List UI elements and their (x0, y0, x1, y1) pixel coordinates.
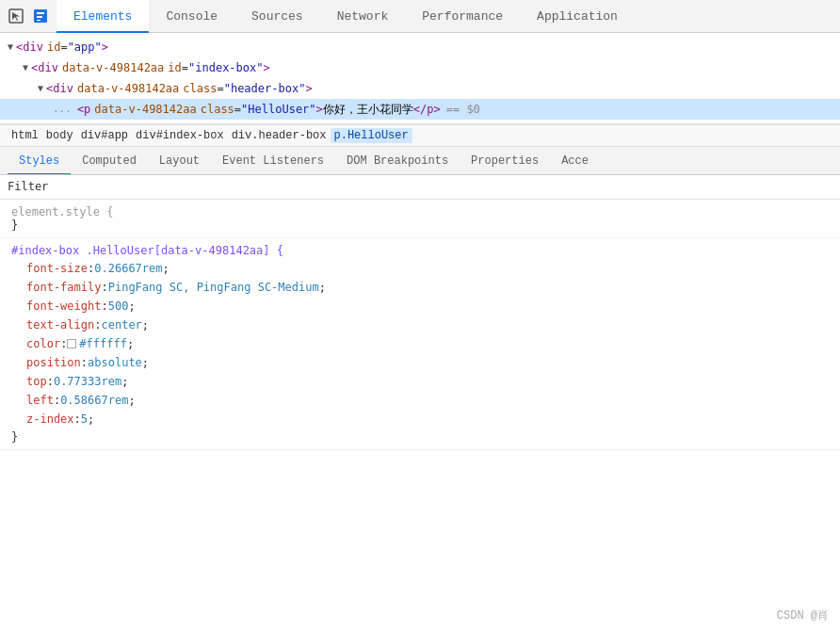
dom-line-header-box[interactable]: ▼ <div data-v-498142aa class="header-box… (0, 78, 840, 99)
svg-rect-3 (37, 16, 42, 18)
css-closing-brace-2: } (11, 430, 829, 444)
tab-styles[interactable]: Styles (8, 147, 71, 175)
tab-accessibility[interactable]: Acce (550, 147, 600, 175)
color-swatch-ffffff[interactable] (67, 339, 76, 348)
breadcrumb-app[interactable]: div#app (77, 128, 132, 143)
css-selector-hello-user: #index-box .HelloUser[data-v-498142aa] { (11, 244, 829, 257)
dom-line-hello-user[interactable]: ... <p data-v-498142aa class="HelloUser"… (0, 99, 840, 120)
breadcrumb-header-box[interactable]: div.header-box (228, 128, 331, 143)
devtools-icons (0, 8, 57, 24)
breadcrumb: html body div#app div#index-box div.head… (0, 124, 840, 147)
svg-rect-2 (37, 12, 44, 14)
tab-console[interactable]: Console (149, 0, 234, 33)
css-selector-element: element.style { (11, 205, 829, 218)
css-rule-hello-user: #index-box .HelloUser[data-v-498142aa] {… (0, 238, 840, 450)
breadcrumb-html[interactable]: html (8, 128, 42, 143)
tab-application[interactable]: Application (520, 0, 635, 33)
svg-rect-4 (37, 20, 40, 21)
dom-line-index-box[interactable]: ▼ <div data-v-498142aa id="index-box"> (0, 57, 840, 78)
tab-elements[interactable]: Elements (57, 0, 149, 33)
css-closing-brace-1: } (11, 218, 829, 232)
tab-layout[interactable]: Layout (148, 147, 211, 175)
tab-event-listeners[interactable]: Event Listeners (211, 147, 335, 175)
tab-sources[interactable]: Sources (234, 0, 320, 33)
watermark: CSDN @肖 (777, 607, 829, 623)
css-prop-font-weight[interactable]: font-weight: 500; (11, 297, 829, 316)
css-prop-left[interactable]: left: 0.58667rem; (11, 391, 829, 410)
panel-tabs: Styles Computed Layout Event Listeners D… (0, 147, 840, 175)
css-rule-element-style: element.style { } (0, 200, 840, 238)
filter-bar (0, 175, 840, 200)
tab-computed[interactable]: Computed (71, 147, 148, 175)
breadcrumb-index-box[interactable]: div#index-box (132, 128, 228, 143)
tab-network[interactable]: Network (320, 0, 406, 33)
breadcrumb-hello-user[interactable]: p.HelloUser (331, 128, 412, 143)
css-panel: element.style { } #index-box .HelloUser[… (0, 200, 840, 450)
tab-performance[interactable]: Performance (405, 0, 520, 33)
breadcrumb-body[interactable]: body (42, 128, 77, 143)
tab-dom-breakpoints[interactable]: DOM Breakpoints (335, 147, 460, 175)
css-prop-z-index[interactable]: z-index: 5; (11, 410, 829, 429)
css-prop-text-align[interactable]: text-align: center; (11, 316, 829, 334)
tab-properties[interactable]: Properties (460, 147, 550, 175)
css-prop-color[interactable]: color: #ffffff; (11, 334, 829, 353)
filter-input[interactable] (8, 180, 832, 193)
top-tab-bar: Elements Console Sources Network Perform… (0, 0, 840, 33)
css-prop-font-size[interactable]: font-size: 0.26667rem; (11, 259, 829, 278)
cursor-icon[interactable] (8, 8, 24, 24)
css-prop-position[interactable]: position: absolute; (11, 353, 829, 372)
element-icon[interactable] (32, 8, 49, 24)
css-prop-font-family[interactable]: font-family: PingFang SC, PingFang SC-Me… (11, 278, 829, 297)
dom-tree: ▼ <div id="app"> ▼ <div data-v-498142aa … (0, 33, 840, 124)
css-prop-top[interactable]: top: 0.77333rem; (11, 372, 829, 391)
dom-line-div-app[interactable]: ▼ <div id="app"> (0, 37, 840, 57)
